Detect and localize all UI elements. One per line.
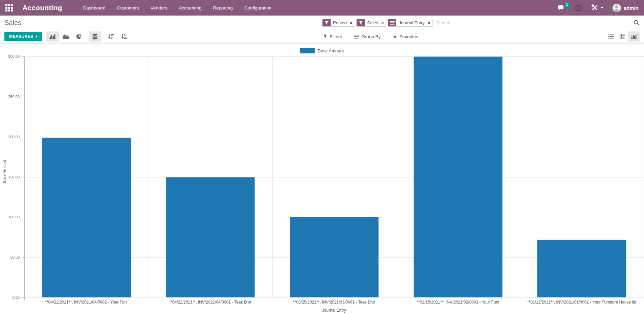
search-icon[interactable] [634, 20, 640, 26]
graph-view-button[interactable] [628, 31, 640, 42]
group-by-icon [388, 19, 396, 26]
y-tick-label: 50.00 [10, 255, 20, 259]
message-count-badge: 1 [564, 2, 570, 7]
legend-swatch [300, 48, 315, 53]
page-title: Sales [4, 19, 21, 27]
filter-icon [323, 34, 327, 39]
x-category-label: **01/12/2021**, INV/2021/01/0001 - Your … [520, 300, 644, 305]
filter-icon [323, 19, 331, 26]
favorites-label: Favorites [399, 34, 418, 39]
messages-icon[interactable]: 1 [558, 4, 566, 11]
navbar-menu-item-accounting[interactable]: Accounting [179, 1, 201, 15]
sort-asc-button[interactable] [118, 31, 130, 42]
bar-base-amount[interactable] [414, 56, 503, 297]
y-tick-label: 0.00 [13, 295, 20, 299]
filters-button[interactable]: Filters [323, 34, 342, 39]
area-chart-icon [63, 34, 69, 39]
star-icon: ★ [393, 34, 397, 39]
sort-desc-button[interactable] [105, 31, 117, 42]
group-by-label: Group By [361, 34, 381, 39]
measures-label: MEASURES [9, 34, 33, 39]
y-tick-mark [22, 137, 24, 137]
facet-label: Journal Entry [396, 19, 427, 26]
x-category-label: **03/25/2021**, INV/2021/03/0001 - Teak … [272, 300, 396, 305]
view-switcher [605, 31, 640, 42]
gridline-horizontal [25, 297, 644, 298]
gridline-vertical [396, 56, 396, 297]
search-facets: Posted×Sales×Journal Entry× [322, 19, 433, 27]
avatar [613, 4, 621, 12]
navbar-menu-item-dashboard[interactable]: Dashboard [83, 1, 106, 15]
x-axis-labels: **04/22/2021**, INV/2021/04/0002 - Your … [24, 300, 644, 305]
user-menu[interactable]: admin [613, 4, 639, 12]
apps-menu-icon[interactable] [5, 4, 13, 11]
bar-chart-icon [49, 34, 56, 39]
group-by-icon [354, 35, 359, 39]
search-input[interactable] [434, 19, 632, 27]
y-axis-title: Base Amount [2, 173, 6, 183]
legend-label: Base Amount [318, 48, 344, 53]
chevron-down-icon [601, 7, 603, 9]
user-name: admin [624, 5, 639, 11]
measures-button[interactable]: MEASURES [4, 32, 42, 41]
sort-asc-icon [121, 34, 127, 39]
app-name[interactable]: Accounting [22, 4, 62, 12]
top-navbar: Accounting DashboardCustomersVendorsAcco… [0, 0, 644, 16]
favorites-button[interactable]: ★ Favorites [393, 34, 418, 39]
y-tick-label: 150.00 [8, 175, 20, 179]
search-facet[interactable]: Journal Entry× [388, 19, 433, 27]
gridline-vertical [272, 56, 273, 297]
stacked-toggle-button[interactable] [89, 31, 101, 42]
y-tick-mark [22, 297, 24, 298]
area-chart-button[interactable] [60, 31, 72, 42]
navbar-menu-item-configuration[interactable]: Configuration [244, 1, 271, 15]
gridline-horizontal [25, 97, 644, 97]
plot-area [24, 56, 644, 297]
facet-remove-icon[interactable]: × [427, 19, 433, 26]
list-view-button[interactable] [605, 31, 617, 42]
chart-legend: Base Amount [0, 48, 644, 53]
navbar-menu-item-customers[interactable]: Customers [117, 1, 139, 15]
navbar-menus: DashboardCustomersVendorsAccountingRepor… [83, 1, 272, 15]
y-tick-mark [22, 177, 24, 177]
bar-base-amount[interactable] [166, 177, 255, 298]
y-tick-label: 250.00 [8, 95, 20, 99]
search-facet[interactable]: Sales× [356, 19, 386, 27]
bar-base-amount[interactable] [290, 217, 379, 297]
y-tick-mark [22, 217, 24, 217]
graph-view: Base Amount Base Amount 0.0050.00100.001… [0, 44, 644, 314]
search-facet[interactable]: Posted× [322, 19, 355, 27]
list-view-icon [608, 34, 614, 39]
bar-base-amount[interactable] [537, 240, 626, 297]
graph-view-icon [631, 34, 637, 39]
facet-remove-icon[interactable]: × [381, 19, 386, 26]
navbar-menu-item-reporting[interactable]: Reporting [213, 1, 233, 15]
pie-chart-icon [76, 34, 82, 40]
pie-chart-button[interactable] [73, 31, 85, 42]
y-tick-mark [22, 56, 24, 57]
x-category-label: **04/22/2021**, INV/2021/04/0001 - Teak … [148, 300, 272, 305]
pivot-view-icon [620, 34, 625, 39]
chevron-right-icon [36, 35, 38, 38]
y-tick-label: 300.00 [8, 54, 20, 58]
bar-base-amount[interactable] [42, 138, 131, 297]
y-tick-label: 200.00 [8, 135, 20, 139]
y-tick-mark [22, 257, 24, 258]
facet-remove-icon[interactable]: × [349, 19, 355, 26]
facet-label: Posted [331, 19, 349, 26]
pivot-view-button[interactable] [617, 31, 628, 42]
search-bar: Posted×Sales×Journal Entry× [322, 19, 640, 27]
x-axis-title: Journal Entry [24, 308, 644, 313]
tools-icon[interactable] [591, 4, 603, 11]
stacked-icon [92, 34, 98, 40]
gridline-vertical [149, 56, 149, 297]
activities-clock-icon[interactable] [575, 4, 582, 11]
x-category-label: **04/22/2021**, INV/2021/04/0002 - Your … [24, 300, 148, 305]
sort-desc-icon [108, 34, 114, 39]
navbar-menu-item-vendors[interactable]: Vendors [151, 1, 168, 15]
gridline-vertical [520, 56, 520, 297]
gridline-horizontal [25, 137, 644, 137]
group-by-button[interactable]: Group By [354, 34, 381, 39]
bar-chart-button[interactable] [46, 31, 59, 42]
y-tick-mark [22, 97, 24, 97]
